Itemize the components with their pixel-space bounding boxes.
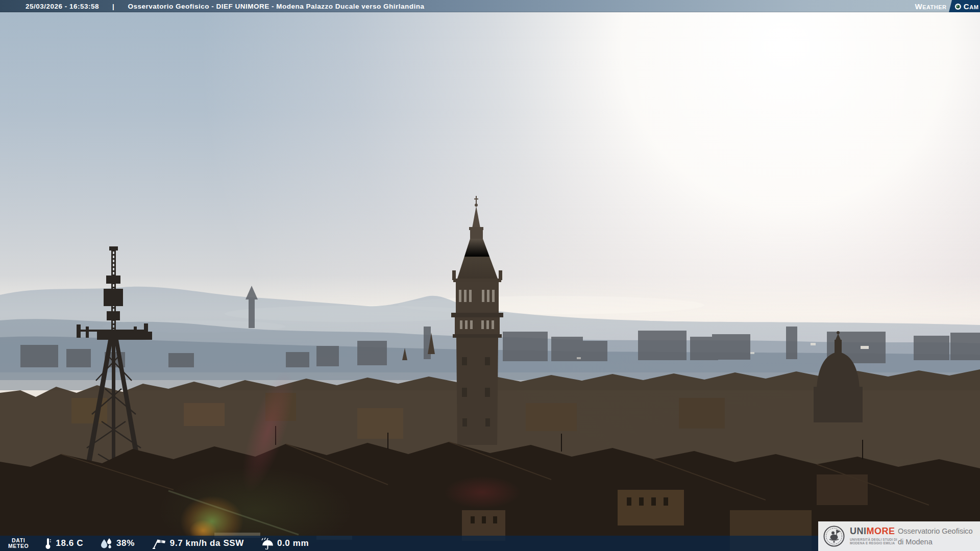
header-bar: 25/03/2026 - 16:53:58 | Osservatorio Geo… [0, 0, 980, 12]
university-name: UNIVERSITÀ DEGLI STUDI DI MODENA E REGGI… [850, 538, 897, 545]
camera-title: Osservatorio Geofisico - DIEF UNIMORE - … [128, 3, 424, 10]
rain-umbrella-icon [260, 537, 274, 549]
windsock-icon [151, 537, 166, 549]
meteo-label: DATI METEO [8, 538, 29, 549]
datetime-text: 25/03/2026 - 16:53:58 [26, 3, 99, 10]
rain-metric: 0.0 mm [260, 537, 309, 549]
webcam-frame: 25/03/2026 - 16:53:58 | Osservatorio Geo… [0, 0, 980, 551]
webcam-photo [0, 0, 980, 551]
unimore-wordmark: UNIMORE [850, 527, 895, 536]
unimore-branding[interactable]: UNIMORE UNIVERSITÀ DEGLI STUDI DI MODENA… [818, 521, 980, 551]
temperature-value: 18.6 C [56, 538, 83, 548]
weathercam-weather-text: WEATHER [915, 2, 946, 11]
temperature-metric: 18.6 C [44, 537, 83, 549]
humidity-drops-icon [100, 538, 113, 549]
thermometer-icon [44, 537, 52, 549]
rain-value: 0.0 mm [277, 538, 309, 548]
humidity-value: 38% [116, 538, 135, 548]
weathercam-logo[interactable]: WEATHER CAM [915, 0, 980, 12]
wind-metric: 9.7 km/h da SSW [151, 537, 244, 549]
humidity-metric: 38% [100, 538, 135, 549]
observatory-name: Osservatorio Geofisico di Modena [898, 526, 973, 547]
camera-lens-icon [954, 3, 962, 10]
wind-value: 9.7 km/h da SSW [170, 538, 244, 548]
header-separator: | [112, 3, 114, 10]
unimore-seal-icon [823, 525, 845, 547]
weathercam-box: CAM [949, 0, 980, 12]
weathercam-cam-text: CAM [964, 2, 978, 11]
